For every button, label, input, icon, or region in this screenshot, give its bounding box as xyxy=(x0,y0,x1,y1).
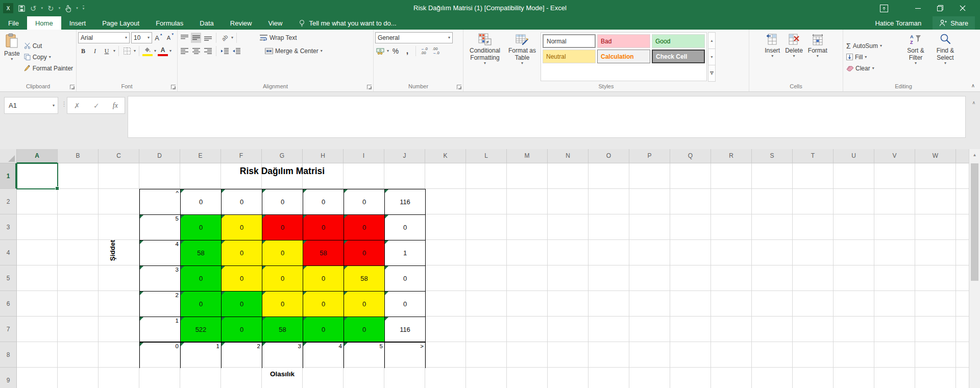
clear-button[interactable]: Clear ▾ xyxy=(845,63,901,74)
font-color-dropdown-icon[interactable]: ▾ xyxy=(169,49,172,53)
excel-app-icon[interactable]: X xyxy=(3,3,13,13)
style-neutral[interactable]: Neutral xyxy=(543,50,596,63)
style-calculation[interactable]: Calculation xyxy=(597,50,650,63)
matrix-cell[interactable]: 522 xyxy=(181,317,222,343)
font-size-select[interactable]: 10▾ xyxy=(131,32,152,43)
ribbon-display-options-icon[interactable] xyxy=(873,0,895,16)
matrix-cell[interactable]: 0 xyxy=(303,189,344,215)
matrix-cell[interactable]: 0 xyxy=(385,292,426,317)
matrix-y-tick[interactable]: 3 xyxy=(140,266,181,292)
matrix-x-tick[interactable]: 4 xyxy=(303,343,344,368)
paste-dropdown-icon[interactable]: ▾ xyxy=(11,57,13,61)
copy-button[interactable]: Copy ▾ xyxy=(22,52,75,63)
matrix-cell[interactable]: 0 xyxy=(344,292,385,317)
matrix-cell[interactable]: 1 xyxy=(385,240,426,266)
align-left-icon[interactable] xyxy=(179,46,189,56)
collapse-ribbon-icon[interactable]: ∧ xyxy=(971,83,975,88)
copy-dropdown-icon[interactable]: ▾ xyxy=(49,55,51,59)
column-header-I[interactable]: I xyxy=(344,149,384,163)
style-bad[interactable]: Bad xyxy=(597,34,650,48)
format-as-table-dropdown-icon[interactable]: ▾ xyxy=(521,61,523,65)
delete-cells-button[interactable]: Delete ▾ xyxy=(782,31,805,83)
insert-function-icon[interactable]: fx xyxy=(113,102,118,110)
matrix-x-tick[interactable]: 1 xyxy=(181,343,222,368)
merge-center-dropdown-icon[interactable]: ▾ xyxy=(321,49,323,53)
comma-style-button[interactable]: , xyxy=(402,46,412,56)
column-header-T[interactable]: T xyxy=(793,149,834,163)
row-header-2[interactable]: 2 xyxy=(0,189,16,214)
column-header-D[interactable]: D xyxy=(139,149,180,163)
italic-button[interactable]: I xyxy=(90,46,100,56)
column-header-M[interactable]: M xyxy=(507,149,548,163)
matrix-cell[interactable]: 0 xyxy=(181,215,222,240)
autosum-button[interactable]: Σ AutoSum ▾ xyxy=(845,40,901,52)
cancel-formula-icon[interactable]: ✗ xyxy=(74,102,80,110)
name-box-dropdown-icon[interactable]: ▾ xyxy=(53,104,55,108)
matrix-cell[interactable]: 0 xyxy=(303,215,344,240)
row-header-8[interactable]: 8 xyxy=(0,342,16,368)
row-header-3[interactable]: 3 xyxy=(0,214,16,240)
row-header-4[interactable]: 4 xyxy=(0,240,16,265)
conditional-formatting-dropdown-icon[interactable]: ▾ xyxy=(484,61,486,65)
tab-home[interactable]: Home xyxy=(27,16,61,30)
tab-page-layout[interactable]: Page Layout xyxy=(94,16,148,30)
tab-formulas[interactable]: Formulas xyxy=(148,16,191,30)
decrease-font-size-button[interactable]: A▼ xyxy=(165,33,176,43)
conditional-formatting-button[interactable]: ≠ Conditional Formatting ▾ xyxy=(465,31,505,83)
matrix-cell[interactable]: 58 xyxy=(181,240,222,266)
matrix-x-tick[interactable]: 3 xyxy=(262,343,303,368)
matrix-y-tick[interactable]: ^ xyxy=(140,189,181,215)
sort-filter-dropdown-icon[interactable]: ▾ xyxy=(915,61,917,65)
decrease-decimal-icon[interactable]: .00→.0 xyxy=(431,46,441,56)
find-select-button[interactable]: Find & Select ▾ xyxy=(930,31,960,83)
column-header-E[interactable]: E xyxy=(180,149,221,163)
format-cells-button[interactable]: Format ▾ xyxy=(805,31,830,83)
underline-dropdown-icon[interactable]: ▾ xyxy=(113,49,115,53)
undo-dropdown-icon[interactable]: ▾ xyxy=(41,6,43,10)
format-dropdown-icon[interactable]: ▾ xyxy=(817,54,819,58)
tab-insert[interactable]: Insert xyxy=(61,16,94,30)
matrix-cell[interactable]: 0 xyxy=(303,317,344,343)
matrix-cell[interactable]: 0 xyxy=(222,266,262,292)
matrix-x-tick[interactable]: 5 xyxy=(344,343,385,368)
close-icon[interactable] xyxy=(951,0,974,16)
align-center-icon[interactable] xyxy=(191,46,201,56)
save-icon[interactable] xyxy=(18,5,26,12)
column-header-S[interactable]: S xyxy=(752,149,793,163)
scrollbar-thumb[interactable] xyxy=(971,163,978,281)
wrap-text-button[interactable]: Wrap Text xyxy=(258,32,299,43)
matrix-cell[interactable]: 0 xyxy=(303,266,344,292)
column-header-A[interactable]: A xyxy=(17,149,58,163)
column-header-J[interactable]: J xyxy=(384,149,425,163)
matrix-cell[interactable]: 0 xyxy=(344,317,385,343)
share-button[interactable]: Share xyxy=(933,16,975,30)
increase-indent-icon[interactable] xyxy=(231,46,241,56)
enter-formula-icon[interactable]: ✓ xyxy=(93,102,100,110)
delete-dropdown-icon[interactable]: ▾ xyxy=(793,54,795,58)
autosum-dropdown-icon[interactable]: ▾ xyxy=(880,44,882,48)
vertical-scrollbar[interactable]: ▲ xyxy=(969,149,980,388)
column-header-U[interactable]: U xyxy=(834,149,874,163)
cut-button[interactable]: Cut xyxy=(22,40,75,52)
tell-me-box[interactable]: Tell me what you want to do... xyxy=(299,16,396,30)
row-header-6[interactable]: 6 xyxy=(0,291,16,317)
style-normal[interactable]: Normal xyxy=(543,34,596,48)
align-right-icon[interactable] xyxy=(203,46,213,56)
borders-icon[interactable] xyxy=(122,46,132,56)
paste-button[interactable]: Paste ▾ xyxy=(2,31,22,83)
alignment-dialog-launcher-icon[interactable] xyxy=(367,85,372,89)
restore-icon[interactable] xyxy=(929,0,951,16)
style-check-cell[interactable]: Check Cell xyxy=(652,50,705,63)
accounting-format-icon[interactable] xyxy=(375,46,385,56)
matrix-cell[interactable]: 0 xyxy=(222,317,262,343)
column-header-B[interactable]: B xyxy=(58,149,99,163)
gallery-more-icon[interactable]: ▼ xyxy=(708,65,716,82)
matrix-cell[interactable]: 0 xyxy=(262,215,303,240)
matrix-cell[interactable]: 0 xyxy=(222,215,262,240)
row-header-5[interactable]: 5 xyxy=(0,265,16,291)
orientation-dropdown-icon[interactable]: ▾ xyxy=(231,36,233,40)
matrix-x-tick[interactable]: 0 xyxy=(140,343,181,368)
touch-mode-icon[interactable] xyxy=(65,5,71,12)
matrix-cell[interactable]: 0 xyxy=(344,215,385,240)
clear-dropdown-icon[interactable]: ▾ xyxy=(872,66,874,70)
